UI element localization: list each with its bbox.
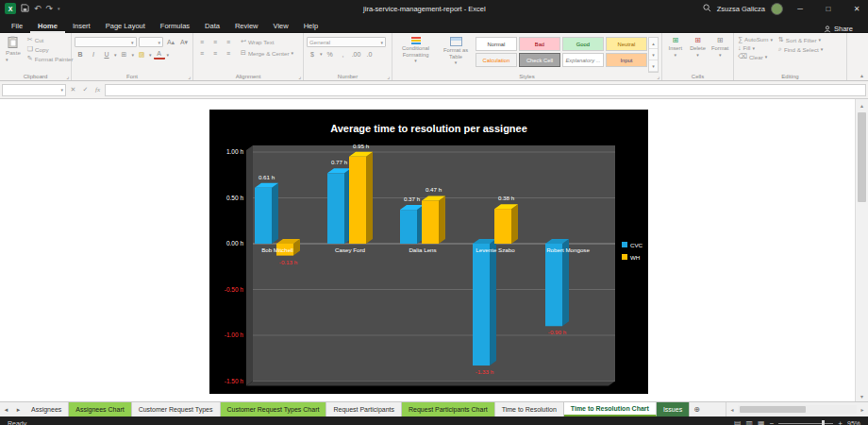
zoom-slider[interactable]: [778, 419, 833, 425]
accounting-format-button[interactable]: $: [307, 49, 318, 59]
cell-style-good[interactable]: Good: [562, 37, 604, 51]
merge-center-button[interactable]: ⊟Merge & Center▾: [240, 48, 294, 58]
borders-icon[interactable]: ⊞: [119, 50, 130, 60]
align-middle-icon[interactable]: ≡: [209, 37, 221, 46]
redo-icon[interactable]: ↷: [46, 5, 54, 13]
grow-font-button[interactable]: A▴: [165, 38, 176, 47]
sort-filter-button[interactable]: ⇅Sort & Filter▾: [777, 35, 824, 44]
tab-review[interactable]: Review: [227, 19, 266, 33]
cell-style-check-cell[interactable]: Check Cell: [519, 53, 560, 67]
decrease-decimal-button[interactable]: .0: [364, 49, 376, 59]
user-name[interactable]: Zsuzsa Galicza: [717, 5, 765, 13]
sheet-tab-request-participants[interactable]: Request Participants: [326, 402, 402, 416]
insert-function-button[interactable]: fx: [92, 85, 103, 95]
enter-icon[interactable]: ✓: [80, 85, 91, 95]
tab-formulas[interactable]: Formulas: [153, 19, 197, 33]
delete-cells-button[interactable]: ⊞ Delete ▾: [688, 35, 709, 58]
italic-button[interactable]: I: [88, 50, 99, 60]
font-dialog-launcher-icon[interactable]: ⌟: [188, 74, 191, 79]
cell-style-normal[interactable]: Normal: [476, 37, 517, 51]
format-as-table-button[interactable]: Format as Table ▾: [437, 35, 475, 66]
zoom-level[interactable]: 95%: [847, 420, 860, 425]
cell-style-calculation[interactable]: Calculation: [476, 53, 517, 67]
zoom-out-icon[interactable]: −: [770, 419, 775, 425]
chart-time-to-resolution[interactable]: 1.00 h0.50 h0.00 h-0.50 h-1.00 h-1.50 hB…: [209, 110, 648, 394]
sheet-tab-time-to-resolution[interactable]: Time to Resolution: [495, 402, 564, 416]
format-cells-button[interactable]: ⊞ Format ▾: [709, 35, 730, 58]
zoom-slider-thumb[interactable]: [822, 420, 825, 425]
font-size-select[interactable]: ▾: [139, 37, 163, 47]
scroll-down-icon[interactable]: ▾: [856, 390, 868, 401]
search-icon[interactable]: [703, 4, 711, 14]
insert-cells-button[interactable]: ⊞ Insert ▾: [665, 35, 686, 58]
formula-input[interactable]: [105, 84, 866, 96]
underline-button[interactable]: U: [101, 50, 112, 60]
tab-data[interactable]: Data: [197, 19, 227, 33]
autosum-button[interactable]: ∑AutoSum▾: [737, 35, 774, 43]
align-top-icon[interactable]: ≡: [196, 37, 208, 46]
vertical-scroll-thumb[interactable]: [858, 112, 866, 202]
increase-decimal-button[interactable]: .00: [351, 49, 362, 59]
sheet-tab-customer-request-types-chart[interactable]: Customer Request Types Chart: [221, 402, 327, 416]
tab-help[interactable]: Help: [296, 19, 326, 33]
page-break-view-icon[interactable]: ▦: [758, 419, 765, 425]
cancel-icon[interactable]: ✕: [68, 85, 78, 95]
font-color-icon[interactable]: A: [154, 49, 165, 60]
copy-button[interactable]: ❏Copy: [26, 44, 75, 54]
sheet-nav-left-icon[interactable]: ◂: [0, 402, 12, 416]
shrink-font-button[interactable]: A▾: [178, 38, 190, 47]
comma-style-button[interactable]: ,: [338, 49, 349, 59]
gallery-more-icon[interactable]: ▾: [649, 60, 658, 72]
clear-button[interactable]: ⌫Clear▾: [737, 52, 774, 61]
normal-view-icon[interactable]: ▤: [734, 419, 742, 425]
sheet-tab-request-participants-chart[interactable]: Request Participants Chart: [402, 402, 495, 416]
sheet-tab-customer-request-types[interactable]: Customer Request Types: [132, 402, 221, 416]
font-name-select[interactable]: ▾: [75, 37, 137, 47]
page-layout-view-icon[interactable]: ▥: [746, 419, 754, 425]
align-bottom-icon[interactable]: ≡: [223, 37, 234, 46]
bold-button[interactable]: B: [75, 50, 86, 60]
tab-home[interactable]: Home: [30, 19, 65, 33]
wrap-text-button[interactable]: ↩Wrap Text: [240, 37, 275, 46]
cell-style-input[interactable]: Input: [606, 53, 647, 67]
alignment-dialog-launcher-icon[interactable]: ⌟: [298, 74, 301, 79]
minimize-button[interactable]: ─: [789, 0, 811, 17]
vertical-scrollbar[interactable]: ▴ ▾: [855, 99, 868, 401]
sheet-tab-assignees[interactable]: Assignees: [25, 402, 69, 416]
paste-button[interactable]: Paste ▾: [3, 35, 24, 63]
maximize-button[interactable]: □: [817, 0, 840, 17]
find-select-button[interactable]: ⌕Find & Select▾: [777, 44, 824, 54]
cell-style-explanatory[interactable]: Explanatory ...: [562, 53, 604, 67]
align-center-icon[interactable]: ≡: [209, 48, 221, 58]
quick-access-chevron-icon[interactable]: ▾: [58, 6, 60, 11]
percent-style-button[interactable]: %: [325, 49, 336, 59]
gallery-up-icon[interactable]: ▴: [649, 38, 658, 49]
horizontal-scroll-thumb[interactable]: [740, 406, 806, 413]
tab-page-layout[interactable]: Page Layout: [98, 19, 153, 33]
sheet-tab-time-to-resolution-chart[interactable]: Time to Resolution Chart: [564, 402, 657, 416]
cell-style-neutral[interactable]: Neutral: [606, 37, 647, 51]
save-icon[interactable]: [21, 4, 29, 14]
format-painter-button[interactable]: ✎Format Painter: [26, 54, 75, 63]
fill-button[interactable]: ↓Fill▾: [737, 43, 774, 52]
share-button[interactable]: Share: [824, 25, 853, 33]
hscroll-right-icon[interactable]: ▸: [857, 406, 868, 413]
fill-color-icon[interactable]: ▨: [136, 50, 147, 60]
close-button[interactable]: ✕: [845, 0, 868, 17]
styles-dialog-launcher-icon[interactable]: ⌟: [657, 74, 659, 79]
zoom-in-icon[interactable]: +: [838, 419, 843, 425]
tab-insert[interactable]: Insert: [65, 19, 98, 33]
hscroll-left-icon[interactable]: ◂: [726, 406, 738, 413]
align-left-icon[interactable]: ≡: [196, 48, 208, 58]
user-avatar[interactable]: [771, 3, 783, 15]
cell-style-bad[interactable]: Bad: [519, 37, 560, 51]
number-format-select[interactable]: General▾: [307, 37, 386, 47]
sheet-nav-right-icon[interactable]: ▸: [12, 402, 25, 416]
name-box[interactable]: ▾: [2, 84, 66, 96]
scroll-up-icon[interactable]: ▴: [856, 99, 868, 110]
cut-button[interactable]: ✂Cut: [26, 35, 75, 44]
sheet-tab-assignees-chart[interactable]: Assignees Chart: [69, 402, 131, 416]
clipboard-dialog-launcher-icon[interactable]: ⌟: [66, 74, 69, 79]
sheet-tab-issues[interactable]: Issues: [657, 402, 690, 416]
conditional-formatting-button[interactable]: Conditional Formatting ▾: [395, 35, 436, 64]
